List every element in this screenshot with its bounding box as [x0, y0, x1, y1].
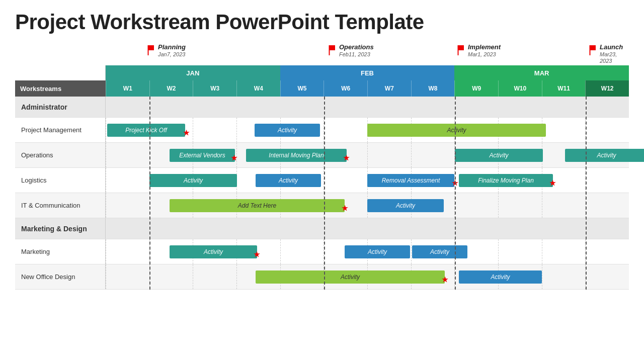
rc-w6 — [324, 118, 367, 142]
row-label-marketing: Marketing — [15, 239, 106, 264]
week-w5: W5 — [280, 80, 324, 97]
week-w3: W3 — [193, 80, 236, 97]
bar-pm-kickoff: Project Kick Off — [107, 124, 185, 137]
week-header-row: Workstreams W1 W2 W3 W4 W5 W6 W7 W8 W9 W… — [15, 80, 629, 97]
row-it-comm: IT & Communication Add Text Here ★ Activ… — [15, 193, 629, 218]
marker-office-activity1: ★ — [442, 276, 448, 284]
bar-office-activity2: Activity — [459, 270, 542, 284]
implement-date: Mar1, 2023 — [468, 51, 501, 58]
week-w12: W12 — [585, 80, 629, 97]
svg-rect-5 — [458, 45, 459, 55]
svg-rect-1 — [148, 45, 149, 55]
milestone-launch: Launch Mar23, 2023 — [589, 43, 629, 64]
milestones-row: Planning Jan7, 2023 Operations Feb11, 20… — [15, 43, 629, 65]
bar-mkt-activity1: Activity — [170, 245, 257, 258]
flag-icon-operations — [328, 44, 337, 55]
rc-w11 — [542, 118, 586, 142]
month-jan: JAN — [106, 65, 280, 80]
marker-log-finalize: ★ — [549, 179, 556, 187]
section-administrator: Administrator — [15, 97, 629, 118]
week-w11: W11 — [542, 80, 586, 97]
implement-name: Implement — [468, 43, 501, 51]
page-title: Project Workstream PowerPoint Template — [15, 10, 629, 34]
bar-ops-movingplan: Internal Moving Plan — [246, 149, 347, 162]
bar-log-removal: Removal Assessment — [367, 174, 454, 187]
month-feb: FEB — [280, 65, 455, 80]
svg-marker-2 — [329, 45, 335, 50]
section-marketing: Marketing & Design — [15, 218, 629, 239]
bar-pm-activity1: Activity — [255, 124, 320, 137]
row-office-design: New Office Design Activity ★ Activity — [15, 264, 629, 290]
bar-ops-activity2: Activity — [565, 149, 644, 162]
svg-marker-4 — [458, 45, 464, 50]
week-w6: W6 — [324, 80, 367, 97]
week-w1: W1 — [106, 80, 149, 97]
bar-it-text: Add Text Here — [170, 199, 345, 212]
svg-marker-0 — [148, 45, 154, 50]
marker-log-removal: ★ — [452, 179, 458, 187]
bar-log-activity2: Activity — [256, 174, 321, 187]
svg-rect-3 — [329, 45, 330, 55]
week-w8: W8 — [411, 80, 455, 97]
rc-w3 — [193, 118, 236, 142]
section-marketing-label: Marketing & Design — [15, 218, 106, 239]
marker-it-text: ★ — [342, 204, 348, 212]
gantt-chart: JAN FEB MAR Workstreams W1 W2 W3 W4 W5 W… — [15, 65, 629, 290]
row-label-pm: Project Management — [15, 118, 106, 142]
milestone-implement: Implement Mar1, 2023 — [457, 43, 501, 58]
week-w7: W7 — [367, 80, 411, 97]
milestone-planning: Planning Jan7, 2023 — [147, 43, 186, 58]
bar-ops-activity1: Activity — [455, 149, 543, 162]
bar-ops-vendors: External Vendors — [170, 149, 235, 162]
flag-icon-launch — [589, 44, 598, 55]
marker-pm-kickoff: ★ — [183, 129, 190, 137]
launch-date: Mar23, 2023 — [600, 51, 629, 64]
row-operations: Operations External Vendors ★ Internal M… — [15, 143, 629, 168]
launch-name: Launch — [600, 43, 629, 51]
week-w2: W2 — [149, 80, 193, 97]
row-project-management: Project Management Project Kick Off ★ Ac… — [15, 118, 629, 143]
row-logistics: Logistics Activity Activity Removal Asse… — [15, 168, 629, 193]
week-w4: W4 — [236, 80, 280, 97]
week-w9: W9 — [454, 80, 498, 97]
flag-icon-planning — [147, 44, 156, 55]
planning-name: Planning — [158, 43, 186, 51]
svg-rect-7 — [590, 45, 591, 55]
bar-it-activity: Activity — [367, 199, 444, 212]
milestone-operations: Operations Feb11, 2023 — [328, 43, 374, 58]
month-mar: MAR — [454, 65, 629, 80]
section-administrator-label: Administrator — [15, 97, 106, 117]
marker-mkt-activity1: ★ — [254, 250, 260, 258]
flag-icon-implement — [457, 44, 466, 55]
planning-date: Jan7, 2023 — [158, 51, 186, 58]
row-label-it: IT & Communication — [15, 193, 106, 218]
bar-log-finalize: Finalize Moving Plan — [459, 174, 553, 187]
svg-marker-6 — [590, 45, 596, 50]
week-w10: W10 — [498, 80, 542, 97]
bar-mkt-activity3: Activity — [412, 245, 467, 258]
row-marketing: Marketing Activity ★ Activity Activity — [15, 239, 629, 264]
gantt-rows: Administrator Project Management Project… — [15, 97, 629, 290]
marker-ops-vendors: ★ — [231, 154, 237, 162]
bar-log-activity1: Activity — [149, 174, 237, 187]
bar-office-activity1: Activity — [256, 270, 445, 284]
bar-mkt-activity2: Activity — [345, 245, 410, 258]
bar-pm-activity2: Activity — [367, 124, 546, 137]
marker-ops-movingplan: ★ — [343, 154, 350, 162]
month-header-row: JAN FEB MAR — [15, 65, 629, 80]
row-label-log: Logistics — [15, 168, 106, 193]
operations-name: Operations — [339, 43, 374, 51]
workstreams-label: Workstreams — [15, 80, 106, 97]
rc-w12 — [585, 118, 629, 142]
operations-date: Feb11, 2023 — [339, 51, 374, 58]
row-label-ops: Operations — [15, 143, 106, 167]
row-label-office: New Office Design — [15, 264, 106, 289]
